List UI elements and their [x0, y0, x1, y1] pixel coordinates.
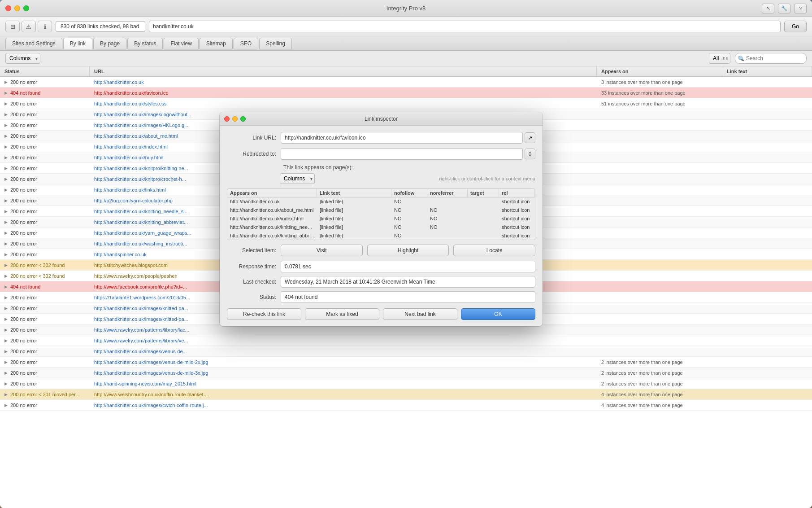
table-row[interactable]: ▶200 no errorhttp://hand-spinning-news.c…: [0, 378, 812, 389]
expand-arrow-icon[interactable]: ▶: [4, 295, 8, 300]
visit-button[interactable]: Visit: [281, 245, 363, 256]
help-icon[interactable]: ?: [794, 4, 807, 13]
expand-arrow-icon[interactable]: ▶: [4, 231, 8, 235]
expand-arrow-icon[interactable]: ▶: [4, 241, 8, 246]
expand-arrow-icon[interactable]: ▶: [4, 285, 8, 289]
recheck-button[interactable]: Re-check this link: [227, 308, 301, 320]
inspector-title-bar: Link inspector: [220, 112, 543, 126]
appears-on-cell: 2 instances over more than one page: [597, 368, 722, 378]
expand-arrow-icon[interactable]: ▶: [4, 177, 8, 181]
expand-arrow-icon[interactable]: ▶: [4, 123, 8, 127]
status-cell: ▶200 no error: [0, 184, 90, 195]
share-icon[interactable]: ↖: [762, 4, 774, 13]
link-url-field[interactable]: [281, 132, 523, 144]
expand-arrow-icon[interactable]: ▶: [4, 80, 8, 84]
inner-table-row[interactable]: http://handknitter.co.uk/about_me.html[l…: [227, 206, 535, 215]
print-icon[interactable]: ⊟: [5, 21, 20, 32]
columns-select[interactable]: Columns: [5, 53, 40, 64]
minimize-button[interactable]: [14, 5, 20, 11]
tab-by-page[interactable]: By page: [93, 38, 126, 49]
expand-arrow-icon[interactable]: ▶: [4, 349, 8, 354]
expand-arrow-icon[interactable]: ▶: [4, 198, 8, 203]
table-row[interactable]: ▶200 no errorhttp://handknitter.co.uk3 i…: [0, 77, 812, 88]
expand-arrow-icon[interactable]: ▶: [4, 220, 8, 224]
expand-arrow-icon[interactable]: ▶: [4, 274, 8, 278]
expand-arrow-icon[interactable]: ▶: [4, 263, 8, 267]
inner-td-1: [linked file]: [317, 215, 391, 223]
expand-arrow-icon[interactable]: ▶: [4, 91, 8, 95]
link-text-cell: [722, 314, 812, 324]
close-button[interactable]: [5, 5, 11, 11]
expand-arrow-icon[interactable]: ▶: [4, 188, 8, 192]
ok-button[interactable]: OK: [461, 308, 535, 320]
expand-arrow-icon[interactable]: ▶: [4, 155, 8, 160]
inner-columns-select[interactable]: Columns: [280, 173, 315, 184]
wrench-icon[interactable]: 🔧: [778, 4, 790, 13]
inspector-minimize-btn[interactable]: [232, 116, 238, 122]
expand-arrow-icon[interactable]: ▶: [4, 166, 8, 171]
status-row: Status: 404 not found: [227, 291, 535, 303]
inspector-maximize-btn[interactable]: [240, 116, 246, 122]
tab-by-status[interactable]: By status: [127, 38, 163, 49]
expand-arrow-icon[interactable]: ▶: [4, 209, 8, 214]
expand-arrow-icon[interactable]: ▶: [4, 381, 8, 386]
search-input[interactable]: [735, 53, 807, 64]
table-row[interactable]: ▶404 not foundhttp://handknitter.co.uk/f…: [0, 88, 812, 98]
tab-seo[interactable]: SEO: [234, 38, 258, 49]
inspector-close-btn[interactable]: [224, 116, 230, 122]
warning-icon[interactable]: ⚠: [22, 21, 36, 32]
maximize-button[interactable]: [23, 5, 29, 11]
status-cell: ▶200 no error: [0, 346, 90, 356]
expand-arrow-icon[interactable]: ▶: [4, 306, 8, 311]
inner-td-0: http://handknitter.co.uk/about_me.html: [227, 206, 317, 214]
status-cell: ▶200 no error: [0, 120, 90, 130]
table-row[interactable]: ▶200 no errorhttp://handknitter.co.uk/im…: [0, 368, 812, 378]
inner-table-row[interactable]: http://handknitter.co.uk/knitting_needle…: [227, 223, 535, 232]
tab-sitemap[interactable]: Sitemap: [200, 38, 233, 49]
last-checked-row: Last checked: Wednesday, 21 March 2018 a…: [227, 276, 535, 288]
expand-arrow-icon[interactable]: ▶: [4, 145, 8, 149]
expand-arrow-icon[interactable]: ▶: [4, 317, 8, 321]
expand-arrow-icon[interactable]: ▶: [4, 134, 8, 138]
open-link-icon[interactable]: ↗: [525, 132, 535, 143]
expand-arrow-icon[interactable]: ▶: [4, 338, 8, 343]
inner-table-row[interactable]: http://handknitter.co.uk/knitting_abbrev…: [227, 232, 535, 240]
expand-arrow-icon[interactable]: ▶: [4, 101, 8, 106]
tab-sites-settings[interactable]: Sites and Settings: [5, 38, 62, 49]
table-row[interactable]: ▶200 no errorhttp://handknitter.co.uk/st…: [0, 98, 812, 109]
next-bad-button[interactable]: Next bad link: [383, 308, 457, 320]
traffic-lights: [5, 5, 29, 11]
tab-spelling[interactable]: Spelling: [259, 38, 292, 49]
link-inspector[interactable]: Link inspector Link URL: ↗ Redirected to…: [220, 112, 543, 326]
expand-arrow-icon[interactable]: ▶: [4, 112, 8, 117]
expand-arrow-icon[interactable]: ▶: [4, 392, 8, 397]
table-row[interactable]: ▶200 no error < 301 moved per...http://w…: [0, 389, 812, 400]
tab-by-link[interactable]: By link: [63, 38, 92, 49]
redirected-to-field[interactable]: [281, 148, 523, 160]
expand-arrow-icon[interactable]: ▶: [4, 328, 8, 332]
expand-arrow-icon[interactable]: ▶: [4, 360, 8, 364]
url-input[interactable]: [149, 21, 781, 32]
window-title: Integrity Pro v8: [386, 5, 426, 12]
locate-button[interactable]: Locate: [453, 245, 535, 256]
inner-table-row[interactable]: http://handknitter.co.uk/index.html[link…: [227, 215, 535, 223]
all-filter-select[interactable]: All: [709, 53, 730, 64]
link-text-cell: [722, 378, 812, 389]
tab-flat-view[interactable]: Flat view: [164, 38, 198, 49]
inner-table-row[interactable]: http://handknitter.co.uk[linked file]NOs…: [227, 197, 535, 206]
expand-arrow-icon[interactable]: ▶: [4, 252, 8, 257]
appears-on-cell: [597, 131, 722, 141]
go-button[interactable]: Go: [784, 21, 807, 32]
mark-fixed-button[interactable]: Mark as fixed: [305, 308, 379, 320]
status-text: 200 no error: [10, 349, 37, 354]
table-row[interactable]: ▶200 no errorhttp://www.ravelry.com/patt…: [0, 335, 812, 346]
table-row[interactable]: ▶200 no errorhttp://handknitter.co.uk/im…: [0, 357, 812, 368]
table-row[interactable]: ▶200 no errorhttp://handknitter.co.uk/im…: [0, 400, 812, 411]
expand-arrow-icon[interactable]: ▶: [4, 403, 8, 407]
redirect-count-badge: 0: [525, 149, 535, 159]
status-cell: ▶200 no error: [0, 98, 90, 109]
info-icon[interactable]: ℹ: [38, 21, 52, 32]
highlight-button[interactable]: Highlight: [367, 245, 449, 256]
expand-arrow-icon[interactable]: ▶: [4, 371, 8, 375]
table-row[interactable]: ▶200 no errorhttp://handknitter.co.uk/im…: [0, 346, 812, 357]
